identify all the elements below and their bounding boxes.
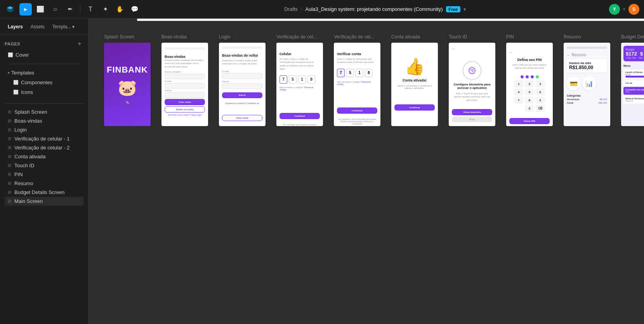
frame-resumo[interactable]: ← Resumo Gastos da mês R$1.850,00 💳 📊 Ca… <box>564 43 610 126</box>
continuar-conta-button[interactable]: Continuar <box>394 104 435 111</box>
hand-tool[interactable]: ✋ <box>114 3 126 16</box>
layer-item-verif2[interactable]: ⊞ Verificação de celular - 2 <box>5 143 83 152</box>
vcode-4[interactable]: 8 <box>365 69 373 77</box>
reenviar2-link[interactable]: Reenviar código <box>337 81 371 85</box>
email-label: E-mail <box>165 80 205 82</box>
layer-item-splash[interactable]: ⊞ Splash Screen <box>5 107 83 116</box>
terms-text: Ao continuar você aceita os nossos Termo… <box>279 123 320 126</box>
project-name: Aula3_Design system: projetando componen… <box>305 6 443 12</box>
layer-item-touchid[interactable]: ⊞ Touch ID <box>5 161 83 170</box>
layer-item-budget[interactable]: ⊞ Budget Details Screen <box>5 188 83 197</box>
criar-conta-button[interactable]: Criar conta <box>165 99 205 105</box>
continuar-verif2-button[interactable]: Continuar <box>337 107 377 114</box>
vcode-3[interactable]: 1 <box>356 69 363 77</box>
ativar-biometria-button[interactable]: Ativar biometria <box>452 109 492 115</box>
frame-verif1[interactable]: Celular Por favor, insira o código de ve… <box>276 43 323 126</box>
toolbar-center: Drafts / Aula3_Design system: projetando… <box>143 6 607 12</box>
code-input-4[interactable]: 8 <box>307 75 315 84</box>
add-page-button[interactable]: + <box>76 40 83 48</box>
thumbs-up-icon: 👍 <box>404 57 425 76</box>
move-tool[interactable]: ▸ <box>19 3 32 16</box>
app-logo[interactable] <box>5 4 16 15</box>
frame-login[interactable]: Boas-vindas de volta! Preencha os campos… <box>219 43 266 126</box>
frame-pin[interactable]: ← Defina seu PIN Ative o PIN para que vo… <box>506 43 553 126</box>
lunch-progress <box>625 76 644 78</box>
layer-item-login[interactable]: ⊞ Login <box>5 125 83 134</box>
criar-conta-login-button[interactable]: Criar conta <box>222 115 262 121</box>
avatar-dropdown[interactable]: ▾ <box>623 7 625 12</box>
senha-login-input[interactable] <box>222 83 262 89</box>
vcode-2[interactable]: 5 <box>346 69 354 77</box>
budget-item-lunch: Lunch & Dinner Nível <box>623 69 644 79</box>
frame-boas[interactable]: Boas-vindas Estamos muito contentes em r… <box>161 43 208 126</box>
frame-touchid[interactable]: ← Configure biometria para acessar o apl… <box>449 43 495 126</box>
page-item-cover[interactable]: ⬜ Cover <box>5 50 83 60</box>
breadcrumb-drafts[interactable]: Drafts <box>284 6 298 12</box>
nome-input[interactable] <box>165 74 205 79</box>
pin-key-5[interactable]: 5 <box>525 88 535 95</box>
ja-tenho-link[interactable]: Já tenho uma conta? Fazer login <box>165 114 205 116</box>
entrar-login-button[interactable]: Entrar <box>222 92 262 98</box>
esqueceu-link[interactable]: Esqueceu a senha? Cadastre-se <box>222 102 262 104</box>
pin-key-7[interactable]: 7 <box>514 97 524 104</box>
resumo-categorias: Categorias Alimentação R$ 450 Saúde R$1.… <box>567 94 607 104</box>
pin-key-4[interactable]: 4 <box>514 88 524 95</box>
code-inputs: 7 5 1 8 <box>279 75 320 84</box>
email-input[interactable] <box>165 83 205 88</box>
frame-conta[interactable]: 👍 Conta ativada! Agora é só acessar e co… <box>391 43 438 126</box>
layer-item-conta[interactable]: ⊞ Conta ativada <box>5 152 83 161</box>
badge-dropdown[interactable]: ▾ <box>463 7 466 12</box>
pin-key-8[interactable]: 8 <box>525 97 535 104</box>
page-item-icons[interactable]: ⬜ Icons <box>5 87 83 97</box>
tab-assets[interactable]: Assets <box>28 23 48 31</box>
cat-saude: Saúde R$1.200 <box>567 102 607 104</box>
code-input-1[interactable]: 7 <box>279 75 287 84</box>
frame-verif2[interactable]: Verificar conta Insira o código de verif… <box>334 43 380 126</box>
complete-pct: 75% <box>625 91 644 93</box>
resumo-icons: 💳 📊 <box>567 76 607 90</box>
pin-key-3[interactable]: 3 <box>535 80 545 87</box>
layer-item-boas[interactable]: ⊞ Boas-vindas <box>5 116 83 125</box>
shape-tool[interactable]: ○ <box>49 3 61 16</box>
code-input-2[interactable]: 5 <box>289 75 297 84</box>
entrar-button[interactable]: Entrar na conta <box>165 106 205 113</box>
pin-key-2[interactable]: 2 <box>525 80 535 87</box>
layer-item-main[interactable]: ⊞ Main Screen <box>5 197 83 206</box>
email-login-input[interactable] <box>222 73 262 79</box>
pin-key-9[interactable]: 9 <box>535 97 545 104</box>
tab-templates[interactable]: Templa... ▾ <box>49 23 78 31</box>
frame-icon-verif1: ⊞ <box>8 136 11 141</box>
frame-budget[interactable]: Budget $172 $ +R$1.680 -R$2.730 Menu Lun… <box>621 43 644 126</box>
salvar-pin-button[interactable]: Salvar PIN <box>509 118 550 124</box>
toolbar: ▸ ⬜ ○ ✒ T ✦ ✋ 💬 Drafts / Aula3_Design sy… <box>0 0 644 19</box>
layer-item-resumo[interactable]: ⊞ Resumo <box>5 179 83 188</box>
tab-layers[interactable]: Layers <box>5 23 26 31</box>
back-arrow-pin[interactable]: ← <box>509 50 513 54</box>
frame-label-verif2: Verificação de cel... <box>334 34 374 40</box>
vcode-1[interactable]: 7 <box>337 69 345 77</box>
page-item-componentes[interactable]: ⬜ Componentes <box>5 78 83 87</box>
budget-sub: +R$1.680 -R$2.730 <box>626 57 644 59</box>
frame-tool[interactable]: ⬜ <box>34 3 47 16</box>
comment-tool[interactable]: 💬 <box>128 3 141 16</box>
pin-key-6[interactable]: 6 <box>535 88 545 95</box>
continuar-verif1-button[interactable]: Continuar <box>279 113 320 119</box>
back-arrow-touchid[interactable]: ← <box>452 47 456 51</box>
page-group-templates[interactable]: ▾ Templates <box>5 68 83 78</box>
frame-wrapper-touchid: Touch ID ← Configure biometria para aces… <box>449 34 495 126</box>
canvas[interactable]: Splash Screen FINBANK 🐷 💸 Boas-vindas Bo… <box>89 19 644 324</box>
pin-key-1[interactable]: 1 <box>514 80 524 87</box>
text-tool[interactable]: T <box>84 3 97 16</box>
layer-item-pin[interactable]: ⊞ PIN <box>5 170 83 179</box>
frame-splash[interactable]: FINBANK 🐷 💸 <box>104 43 151 126</box>
pular-button[interactable]: Pular <box>452 117 492 122</box>
back-arrow-resumo[interactable]: ← Resumo <box>567 53 607 57</box>
pin-key-0[interactable]: 0 <box>525 105 535 112</box>
senha-input[interactable] <box>165 92 205 98</box>
reenviar-link[interactable]: Reenviar código <box>279 86 314 91</box>
component-tool[interactable]: ✦ <box>99 3 111 16</box>
pen-tool[interactable]: ✒ <box>64 3 76 16</box>
pin-key-del[interactable]: ⌫ <box>535 105 545 112</box>
code-input-3[interactable]: 1 <box>298 75 306 84</box>
layer-item-verif1[interactable]: ⊞ Verificação de celular - 1 <box>5 134 83 143</box>
